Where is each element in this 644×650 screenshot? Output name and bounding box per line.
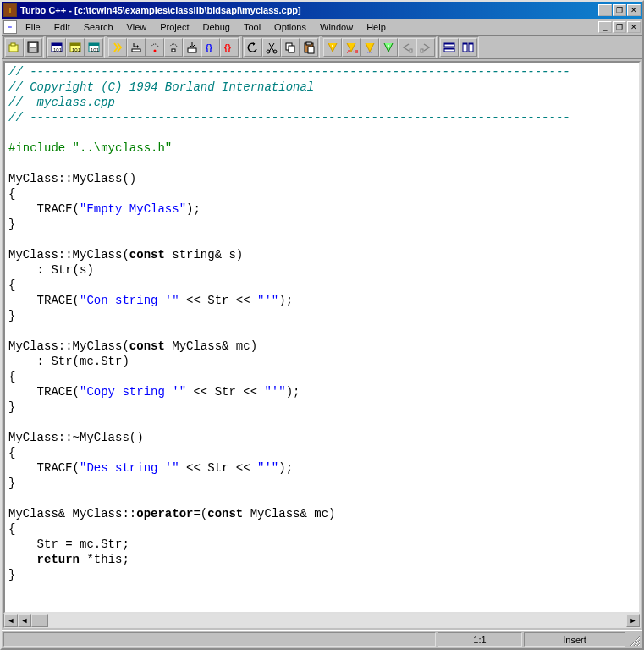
scroll-left2-button[interactable]: ◄ [18,614,31,627]
scroll-right-button[interactable]: ► [626,614,640,627]
svg-rect-16 [172,49,175,52]
save-button[interactable] [24,38,42,57]
svg-point-15 [154,50,157,52]
menu-view[interactable]: View [120,20,154,34]
find-button[interactable] [323,38,342,57]
replace-button[interactable]: ... [361,38,379,57]
menubar: ≡ File Edit Search View Project Debug To… [2,19,642,36]
document-icon[interactable]: ≡ [3,20,17,34]
svg-rect-1 [11,43,15,46]
paste-button[interactable] [300,38,318,57]
svg-text:101: 101 [53,47,63,52]
menu-file[interactable]: File [19,20,47,34]
menu-tool[interactable]: Tool [237,20,267,34]
run-button[interactable] [108,38,127,57]
menu-window[interactable]: Window [313,20,360,34]
toggle-breakpoint-button[interactable]: {} [201,38,220,57]
svg-rect-3 [30,43,36,47]
step-over-button[interactable] [127,38,146,57]
menu-help[interactable]: Help [360,20,393,34]
close-button[interactable]: ✕ [627,4,641,16]
find-next-button[interactable]: A→B [342,38,361,57]
menu-project[interactable]: Project [153,20,195,34]
view-project-button[interactable]: 101 [47,38,66,57]
svg-text:101: 101 [72,47,81,52]
menu-edit[interactable]: Edit [47,20,77,34]
svg-text:A→B: A→B [347,49,358,54]
next-error-button[interactable] [416,38,435,57]
titlebar[interactable]: T Turbo C++ - [c:\tcwin45\examples\class… [2,2,642,19]
svg-rect-36 [444,48,454,50]
svg-rect-4 [30,48,36,52]
editor-area: // -------------------------------------… [2,59,642,630]
undo-button[interactable] [244,38,262,57]
horizontal-scrollbar[interactable]: ◄ ◄ ► [3,614,641,628]
svg-text:{}: {} [206,43,212,52]
view-message-button[interactable]: 101 [66,38,85,57]
svg-rect-23 [289,46,294,52]
goto-button[interactable] [379,38,398,57]
svg-rect-26 [308,47,314,53]
tile-horizontal-button[interactable] [440,38,459,57]
svg-text:...: ... [367,49,372,54]
app-icon: T [3,3,17,17]
svg-text:{}: {} [224,43,231,52]
toolbar: 101 101 101 {} {} A→B ... [2,36,642,59]
svg-rect-31 [410,49,412,52]
tile-vertical-button[interactable] [459,38,477,57]
trace-into-button[interactable] [146,38,164,57]
resize-grip[interactable] [627,632,641,647]
menu-debug[interactable]: Debug [195,20,236,34]
mdi-close-button[interactable]: ✕ [627,21,641,33]
status-message [3,632,436,647]
svg-text:101: 101 [91,47,100,52]
svg-rect-38 [463,43,467,45]
view-tree-button[interactable]: 101 [85,38,103,57]
evaluate-button[interactable] [164,38,183,57]
svg-rect-34 [444,43,454,45]
menu-options[interactable]: Options [267,20,313,34]
svg-rect-25 [306,42,311,45]
mdi-minimize-button[interactable]: _ [598,21,612,33]
svg-point-27 [332,45,333,47]
scroll-track[interactable] [31,614,626,627]
svg-rect-32 [421,49,423,52]
main-window: T Turbo C++ - [c:\tcwin45\examples\class… [0,0,644,650]
svg-rect-40 [469,43,473,45]
svg-rect-14 [132,49,140,52]
scroll-left-button[interactable]: ◄ [4,614,18,627]
code-editor[interactable]: // -------------------------------------… [3,61,641,614]
window-title: Turbo C++ - [c:\tcwin45\examples\classli… [20,5,598,15]
insert-mode: Insert [524,632,625,647]
svg-rect-12 [89,43,99,46]
copy-button[interactable] [281,38,300,57]
scroll-thumb[interactable] [31,614,48,627]
prev-error-button[interactable] [398,38,416,57]
add-watch-button[interactable] [183,38,201,57]
breakpoint-list-button[interactable]: {} [220,38,239,57]
open-button[interactable] [5,38,24,57]
statusbar: 1:1 Insert [2,630,642,648]
svg-point-30 [388,45,389,47]
cursor-position: 1:1 [438,632,522,647]
minimize-button[interactable]: _ [598,4,612,16]
menu-search[interactable]: Search [77,20,120,34]
svg-rect-17 [188,48,196,52]
cut-button[interactable] [262,38,281,57]
maximize-button[interactable]: ❐ [613,4,626,16]
svg-rect-6 [52,43,62,46]
svg-rect-9 [70,43,80,46]
mdi-restore-button[interactable]: ❐ [613,21,626,33]
